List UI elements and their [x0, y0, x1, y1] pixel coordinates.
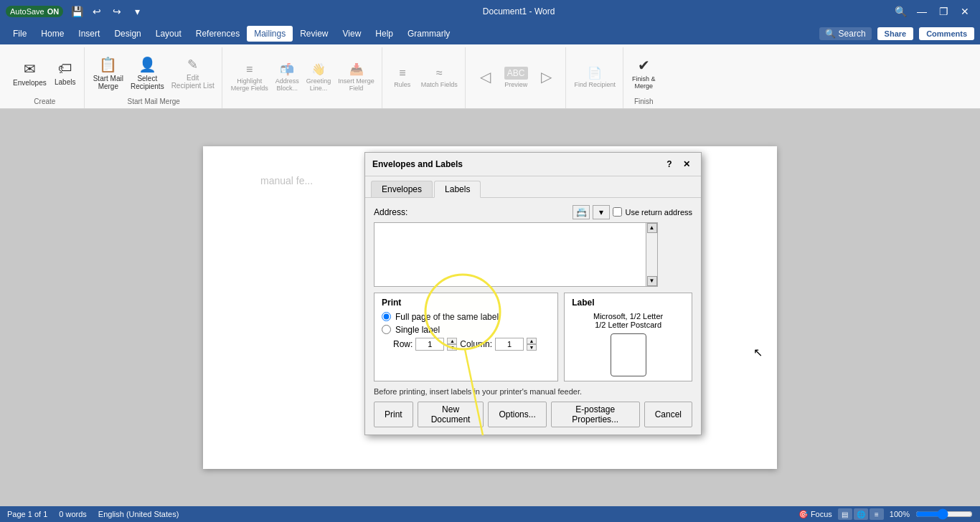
labels-label: Labels: [55, 78, 75, 86]
menu-design[interactable]: Design: [107, 26, 148, 42]
share-button[interactable]: Share: [877, 27, 914, 40]
word-count: 0 words: [59, 510, 87, 518]
write-insert-buttons: ≡ HighlightMerge Fields 📬 AddressBlock..…: [228, 49, 377, 105]
doc-text: manual fe...: [260, 175, 313, 186]
menu-help[interactable]: Help: [368, 26, 400, 42]
focus-label[interactable]: 🎯 Focus: [798, 510, 832, 519]
cancel-button[interactable]: Cancel: [644, 402, 692, 427]
prev-record-icon: ◁: [480, 68, 491, 85]
menu-references[interactable]: References: [189, 26, 247, 42]
abc-preview-button[interactable]: ABC Preview: [501, 65, 531, 90]
match-fields-button[interactable]: ≈ Match Fields: [418, 65, 461, 90]
single-label-radio-row: Single label: [382, 325, 550, 335]
address-block-button[interactable]: 📬 AddressBlock...: [273, 61, 302, 93]
more-button[interactable]: ▾: [128, 2, 146, 21]
close-button[interactable]: ✕: [956, 2, 974, 21]
start-mail-merge-button[interactable]: 📋 Start MailMerge: [90, 54, 126, 92]
insert-merge-field-button[interactable]: 📥 Insert MergeField: [335, 61, 377, 93]
menu-view[interactable]: View: [336, 26, 369, 42]
menu-layout[interactable]: Layout: [149, 26, 189, 42]
options-button[interactable]: Options...: [488, 402, 546, 427]
find-recipient-button[interactable]: 📄 Find Recipient: [572, 65, 619, 90]
reader-view-button[interactable]: ≡: [870, 508, 884, 520]
search-title-icon[interactable]: 🔍: [891, 2, 910, 21]
save-button[interactable]: 💾: [67, 2, 86, 21]
menu-grammarly[interactable]: Grammarly: [400, 26, 457, 42]
status-bar: Page 1 of 1 0 words English (United Stat…: [0, 506, 980, 522]
insert-merge-icon: 📥: [349, 62, 364, 76]
mail-merge-buttons: 📋 Start MailMerge 👤 SelectRecipients ✎ E…: [90, 49, 217, 98]
epostage-button[interactable]: E-postage Properties...: [551, 402, 640, 427]
address-book-button[interactable]: 📇: [573, 205, 590, 219]
label-preview-box: [611, 333, 646, 376]
dialog-content: Address: 📇 ▾ Use return address ▲: [365, 197, 701, 435]
zoom-slider[interactable]: [915, 508, 973, 520]
menu-bar-right: 🔍 Search Share Comments: [819, 27, 974, 40]
row-up-button[interactable]: ▲: [447, 338, 457, 344]
edit-recipient-list-button[interactable]: ✎ EditRecipient List: [169, 55, 217, 91]
autosave-toggle[interactable]: AutoSave ON: [6, 6, 63, 17]
autosave-label: AutoSave: [10, 7, 44, 16]
highlight-label: HighlightMerge Fields: [231, 77, 268, 92]
single-label-radio[interactable]: [382, 325, 391, 334]
preview-buttons: ◁ ABC Preview ▷: [471, 49, 561, 105]
tab-labels[interactable]: Labels: [434, 181, 481, 198]
title-bar: AutoSave ON 💾 ↩ ↪ ▾ Document1 - Word 🔍 —…: [0, 0, 980, 23]
redo-button[interactable]: ↪: [108, 2, 126, 21]
web-view-button[interactable]: 🌐: [854, 508, 868, 520]
menu-mailings[interactable]: Mailings: [247, 26, 293, 42]
finish-merge-button[interactable]: ✔ Finish &Merge: [629, 55, 659, 91]
use-return-address-label: Use return address: [625, 208, 692, 217]
finish-icon: ✔: [638, 57, 650, 74]
print-button[interactable]: Print: [374, 402, 413, 427]
menu-home[interactable]: Home: [34, 26, 71, 42]
tab-envelopes[interactable]: Envelopes: [371, 181, 433, 197]
col-up-button[interactable]: ▲: [527, 338, 537, 344]
scroll-up-button[interactable]: ▲: [647, 223, 657, 233]
row-spin-buttons: ▲ ▼: [447, 338, 457, 351]
zoom-level: 100%: [890, 510, 910, 518]
menu-review[interactable]: Review: [293, 26, 335, 42]
dialog-title-bar: Envelopes and Labels ? ✕: [365, 153, 701, 176]
dialog-close-button[interactable]: ✕: [679, 157, 694, 171]
full-page-radio[interactable]: [382, 312, 391, 321]
row-down-button[interactable]: ▼: [447, 344, 457, 351]
label-preview: Microsoft, 1/2 Letter 1/2 Letter Postcar…: [572, 312, 684, 376]
finish-group-label: Finish: [634, 98, 654, 107]
full-page-label: Full page of the same label: [395, 312, 499, 322]
find-recipient-label: Find Recipient: [575, 81, 616, 88]
undo-button[interactable]: ↩: [88, 2, 106, 21]
dialog-tabs: Envelopes Labels: [365, 176, 701, 197]
envelopes-labels-dialog: Envelopes and Labels ? ✕ Envelopes Label…: [364, 152, 702, 435]
new-document-button[interactable]: New Document: [418, 402, 484, 427]
greeting-line-button[interactable]: 👋 GreetingLine...: [303, 61, 334, 93]
column-input[interactable]: [495, 338, 524, 351]
col-down-button[interactable]: ▼: [527, 344, 537, 351]
rules-button[interactable]: ≡ Rules: [388, 65, 417, 90]
envelopes-button[interactable]: ✉ Envelopes: [10, 59, 50, 88]
menu-insert[interactable]: Insert: [71, 26, 107, 42]
address-dropdown-button[interactable]: ▾: [593, 205, 610, 219]
select-recipients-button[interactable]: 👤 SelectRecipients: [128, 54, 167, 92]
use-return-address-checkbox[interactable]: [613, 207, 622, 217]
menu-file[interactable]: File: [6, 26, 34, 42]
comments-button[interactable]: Comments: [919, 27, 974, 40]
col-spin-buttons: ▲ ▼: [527, 338, 537, 351]
dialog-help-button[interactable]: ?: [662, 157, 677, 171]
bottom-note: Before printing, insert labels in your p…: [374, 387, 692, 396]
minimize-button[interactable]: —: [913, 2, 931, 21]
address-textarea[interactable]: [374, 222, 646, 287]
row-input[interactable]: [415, 338, 444, 351]
search-box[interactable]: 🔍 Search: [819, 27, 872, 40]
prev-record-button[interactable]: ◁: [471, 67, 500, 88]
restore-button[interactable]: ❐: [934, 2, 953, 21]
edit-list-icon: ✎: [187, 57, 198, 72]
print-view-button[interactable]: ▤: [838, 508, 852, 520]
labels-button[interactable]: 🏷 Labels: [51, 59, 80, 87]
address-scrollbar: ▲ ▼: [646, 222, 658, 287]
abc-icon: ABC: [504, 67, 528, 80]
labels-icon: 🏷: [58, 60, 72, 77]
highlight-merge-fields-button[interactable]: ≡ HighlightMerge Fields: [228, 62, 271, 93]
scroll-down-button[interactable]: ▼: [647, 276, 657, 286]
next-record-button[interactable]: ▷: [532, 67, 561, 88]
